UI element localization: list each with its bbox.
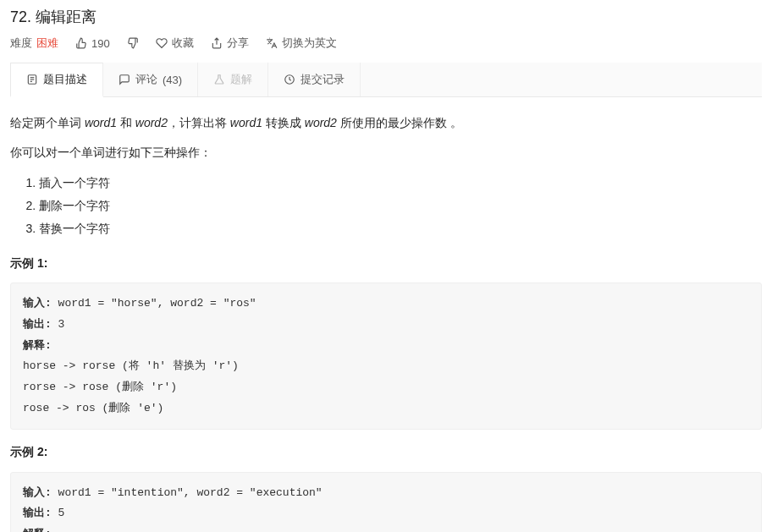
tab-solution-label: 题解	[230, 72, 252, 87]
input-key: 输入:	[23, 486, 58, 499]
tab-comments-count: (43)	[163, 74, 182, 86]
flask-icon	[213, 74, 225, 85]
heart-icon	[156, 37, 168, 49]
explain-line: rose -> ros (删除 'e')	[23, 402, 163, 414]
output-val: 5	[58, 507, 65, 519]
like-button[interactable]: 190	[75, 37, 110, 50]
tab-comments[interactable]: 评论 (43)	[103, 63, 198, 96]
tab-comments-label: 评论	[135, 72, 157, 87]
share-label: 分享	[227, 36, 249, 51]
paragraph-2: 你可以对一个单词进行如下三种操作：	[10, 142, 762, 163]
thumbs-up-icon	[75, 37, 87, 49]
example-2-block: 输入: word1 = "intention", word2 = "execut…	[10, 472, 762, 532]
description-icon	[26, 74, 38, 85]
problem-title: 72. 编辑距离	[10, 7, 762, 27]
operations-list: 插入一个字符 删除一个字符 替换一个字符	[39, 172, 762, 239]
text: ，计算出将	[168, 116, 230, 129]
output-val: 3	[58, 318, 65, 331]
tab-description[interactable]: 题目描述	[10, 63, 103, 97]
tab-description-label: 题目描述	[43, 72, 87, 87]
difficulty-label: 难度	[10, 36, 32, 51]
list-item: 插入一个字符	[39, 172, 762, 195]
thumbs-down-icon	[127, 37, 139, 49]
text: 和	[117, 116, 135, 129]
switch-language-button[interactable]: 切换为英文	[266, 36, 337, 51]
list-item: 替换一个字符	[39, 217, 762, 240]
input-val: word1 = "intention", word2 = "execution"	[58, 486, 323, 499]
list-item: 删除一个字符	[39, 195, 762, 217]
meta-row: 难度 困难 190 收藏 分享 切换为英文	[10, 36, 762, 51]
tab-submissions[interactable]: 提交记录	[268, 63, 361, 96]
explain-line: rorse -> rose (删除 'r')	[23, 381, 177, 393]
comment-icon	[119, 74, 130, 85]
favorite-button[interactable]: 收藏	[156, 36, 194, 51]
share-button[interactable]: 分享	[211, 36, 249, 51]
explain-key: 解释:	[23, 339, 58, 352]
text: 所使用的最少操作数 。	[337, 116, 462, 129]
example-1-block: 输入: word1 = "horse", word2 = "ros" 输出: 3…	[10, 282, 762, 430]
word1-em: word1	[230, 116, 262, 129]
share-icon	[211, 37, 223, 49]
paragraph-1: 给定两个单词 word1 和 word2，计算出将 word1 转换成 word…	[10, 112, 762, 134]
explain-key: 解释:	[23, 528, 58, 532]
tab-solution[interactable]: 题解	[198, 63, 268, 96]
difficulty-value: 困难	[36, 36, 58, 51]
tabs: 题目描述 评论 (43) 题解 提交记录	[10, 63, 762, 97]
dislike-button[interactable]	[127, 37, 139, 49]
example-2-label: 示例 2:	[10, 442, 762, 463]
favorite-label: 收藏	[172, 36, 194, 51]
like-count: 190	[91, 37, 110, 50]
word2-em: word2	[305, 116, 337, 129]
output-key: 输出:	[23, 507, 58, 519]
problem-content: 给定两个单词 word1 和 word2，计算出将 word1 转换成 word…	[10, 112, 762, 532]
tab-submissions-label: 提交记录	[301, 72, 345, 87]
output-key: 输出:	[23, 318, 58, 331]
difficulty: 难度 困难	[10, 36, 58, 51]
text: 转换成	[262, 116, 305, 129]
input-key: 输入:	[23, 297, 58, 310]
input-val: word1 = "horse", word2 = "ros"	[58, 297, 256, 310]
word1-em: word1	[85, 116, 117, 129]
explain-line: horse -> rorse (将 'h' 替换为 'r')	[23, 359, 239, 372]
clock-icon	[284, 74, 295, 85]
word2-em: word2	[135, 116, 168, 129]
example-1-label: 示例 1:	[10, 253, 762, 274]
switch-language-label: 切换为英文	[282, 36, 337, 51]
translate-icon	[266, 37, 278, 49]
text: 给定两个单词	[10, 116, 85, 129]
